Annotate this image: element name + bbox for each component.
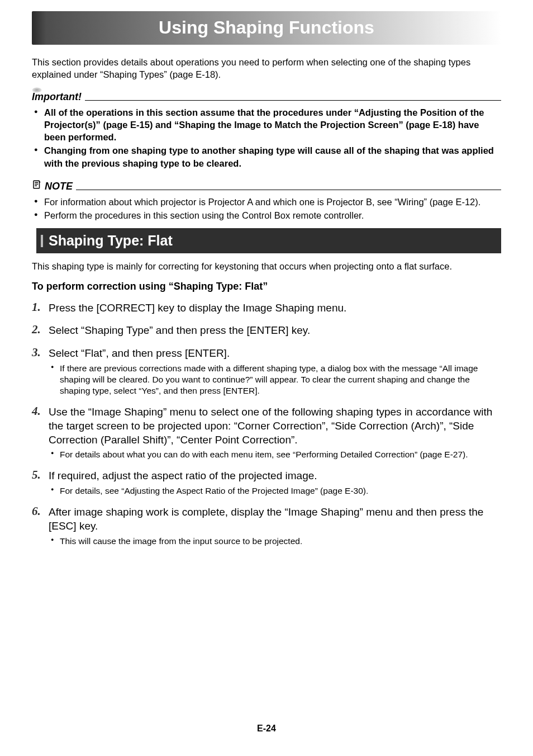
note-item: Perform the procedures in this section u… bbox=[44, 209, 501, 221]
note-item: For information about which projector is… bbox=[44, 196, 501, 208]
important-rule bbox=[32, 100, 501, 101]
step: Press the [CORRECT] key to display the I… bbox=[32, 301, 501, 315]
page: Using Shaping Functions This section pro… bbox=[0, 0, 533, 756]
note-label-wrap: NOTE bbox=[32, 179, 76, 192]
section-heading-bar: Shaping Type: Flat bbox=[32, 228, 501, 253]
step-main: Press the [CORRECT] key to display the I… bbox=[49, 301, 501, 315]
note-label: NOTE bbox=[45, 181, 73, 192]
section-subhead: To perform correction using “Shaping Typ… bbox=[32, 281, 501, 292]
step-main: Select “Shaping Type” and then press the… bbox=[49, 324, 501, 338]
step-sublist: For details about what you can do with e… bbox=[49, 449, 501, 460]
important-item: Changing from one shaping type to anothe… bbox=[44, 144, 501, 169]
section-heading: Shaping Type: Flat bbox=[49, 233, 173, 249]
note-list: For information about which projector is… bbox=[32, 196, 501, 222]
step-main: Use the “Image Shaping” menu to select o… bbox=[49, 405, 501, 447]
page-title: Using Shaping Functions bbox=[32, 11, 501, 45]
section-description: This shaping type is mainly for correcti… bbox=[32, 260, 501, 272]
step-subitem: For details, see “Adjusting the Aspect R… bbox=[60, 485, 501, 497]
intro-text: This section provides details about oper… bbox=[32, 56, 501, 81]
note-callout: NOTE bbox=[32, 179, 501, 192]
section-stripe-icon bbox=[41, 235, 43, 247]
step: Select “Flat”, and then press [ENTER]. I… bbox=[32, 347, 501, 396]
step-subitem: For details about what you can do with e… bbox=[60, 449, 501, 460]
step-sublist: This will cause the image from the input… bbox=[49, 536, 501, 547]
important-label: Important! bbox=[32, 91, 85, 103]
note-rule bbox=[32, 190, 501, 190]
page-number: E-24 bbox=[0, 724, 533, 734]
step-main: If required, adjust the aspect ratio of … bbox=[49, 469, 501, 483]
important-list: All of the operations in this section as… bbox=[32, 106, 501, 169]
step-sublist: If there are previous corrections made w… bbox=[49, 363, 501, 396]
step-sublist: For details, see “Adjusting the Aspect R… bbox=[49, 485, 501, 497]
step: Select “Shaping Type” and then press the… bbox=[32, 324, 501, 338]
step-main: Select “Flat”, and then press [ENTER]. bbox=[49, 347, 501, 361]
important-callout: Important! bbox=[32, 91, 501, 103]
step: After image shaping work is complete, di… bbox=[32, 505, 501, 547]
step: If required, adjust the aspect ratio of … bbox=[32, 469, 501, 497]
note-doc-icon bbox=[32, 181, 45, 192]
important-item: All of the operations in this section as… bbox=[44, 106, 501, 144]
steps-list: Press the [CORRECT] key to display the I… bbox=[32, 301, 501, 547]
step-main: After image shaping work is complete, di… bbox=[49, 505, 501, 533]
step-subitem: This will cause the image from the input… bbox=[60, 536, 501, 547]
step-subitem: If there are previous corrections made w… bbox=[60, 363, 501, 396]
step: Use the “Image Shaping” menu to select o… bbox=[32, 405, 501, 460]
